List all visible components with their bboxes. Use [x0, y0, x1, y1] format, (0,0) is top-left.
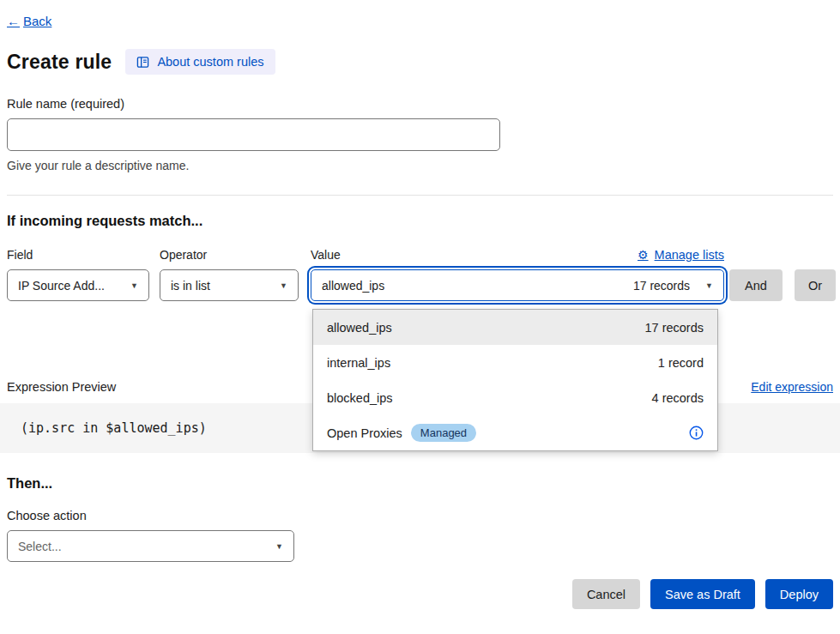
- value-select[interactable]: allowed_ips 17 records ▼: [311, 269, 724, 301]
- list-item-meta: 17 records: [644, 321, 704, 335]
- title-row: Create rule About custom rules: [7, 49, 833, 75]
- value-column: Value ⚙ Manage lists allowed_ips 17 reco…: [311, 248, 724, 301]
- operator-column: Operator is in list ▼: [160, 248, 299, 301]
- rule-name-label: Rule name (required): [7, 97, 833, 111]
- value-select-records: 17 records: [633, 279, 690, 293]
- field-label: Field: [7, 248, 149, 262]
- chevron-down-icon: ▼: [130, 281, 138, 290]
- edit-expression-link[interactable]: Edit expression: [751, 380, 833, 394]
- field-select[interactable]: IP Source Add... ▼: [7, 269, 149, 301]
- list-item-allowed-ips[interactable]: allowed_ips 17 records: [313, 310, 717, 345]
- field-column: Field IP Source Add... ▼: [7, 248, 149, 301]
- choose-action-label: Choose action: [7, 509, 833, 522]
- rule-name-input[interactable]: [7, 118, 500, 151]
- list-item-blocked-ips[interactable]: blocked_ips 4 records: [313, 380, 717, 415]
- or-button[interactable]: Or: [795, 269, 836, 301]
- chevron-down-icon: ▼: [280, 281, 287, 290]
- info-icon[interactable]: [689, 426, 704, 440]
- action-select-placeholder: Select...: [18, 540, 62, 553]
- then-section-heading: Then...: [7, 475, 833, 492]
- about-custom-rules-link[interactable]: About custom rules: [125, 49, 275, 75]
- gear-icon: ⚙: [638, 248, 649, 262]
- back-arrow-icon: ←: [7, 14, 20, 28]
- and-button[interactable]: And: [729, 269, 783, 301]
- value-label: Value: [311, 248, 341, 262]
- cancel-button[interactable]: Cancel: [572, 579, 640, 609]
- section-divider: [7, 195, 833, 196]
- operator-label: Operator: [160, 248, 299, 262]
- list-item-name: blocked_ips: [327, 391, 393, 405]
- manage-lists-label: Manage lists: [655, 248, 724, 262]
- list-item-name: internal_ips: [327, 356, 390, 370]
- list-item-internal-ips[interactable]: internal_ips 1 record: [313, 345, 717, 380]
- book-icon: [136, 56, 149, 69]
- back-label: Back: [23, 14, 51, 28]
- footer-actions: Cancel Save as Draft Deploy: [7, 579, 833, 609]
- match-condition-row: Field IP Source Add... ▼ Operator is in …: [7, 248, 833, 301]
- list-dropdown-menu: allowed_ips 17 records internal_ips 1 re…: [312, 309, 718, 451]
- rule-name-helper: Give your rule a descriptive name.: [7, 159, 833, 172]
- value-select-value: allowed_ips: [322, 279, 384, 293]
- list-item-meta: 1 record: [658, 356, 704, 370]
- expression-preview-label: Expression Preview: [7, 380, 116, 394]
- expression-code: (ip.src in $allowed_ips): [21, 420, 207, 436]
- action-select[interactable]: Select... ▼: [7, 530, 294, 562]
- chevron-down-icon: ▼: [275, 542, 283, 551]
- list-item-name: Open Proxies: [327, 426, 402, 440]
- operator-select[interactable]: is in list ▼: [160, 269, 299, 301]
- list-item-meta: 4 records: [652, 391, 704, 405]
- value-label-row: Value ⚙ Manage lists: [311, 248, 724, 262]
- list-item-name: allowed_ips: [327, 321, 392, 335]
- create-rule-page: ← Back Create rule About custom rules Ru…: [0, 0, 840, 634]
- match-section-heading: If incoming requests match...: [7, 213, 833, 229]
- deploy-button[interactable]: Deploy: [765, 579, 833, 609]
- operator-select-value: is in list: [171, 279, 210, 293]
- field-select-value: IP Source Add...: [18, 279, 105, 293]
- list-item-open-proxies[interactable]: Open Proxies Managed: [313, 415, 717, 450]
- page-title: Create rule: [7, 51, 112, 74]
- managed-badge: Managed: [411, 424, 476, 442]
- manage-lists-link[interactable]: ⚙ Manage lists: [638, 248, 724, 262]
- save-as-draft-button[interactable]: Save as Draft: [650, 579, 755, 609]
- chevron-down-icon: ▼: [705, 281, 713, 290]
- back-link[interactable]: ← Back: [7, 14, 51, 28]
- about-custom-rules-label: About custom rules: [157, 55, 263, 69]
